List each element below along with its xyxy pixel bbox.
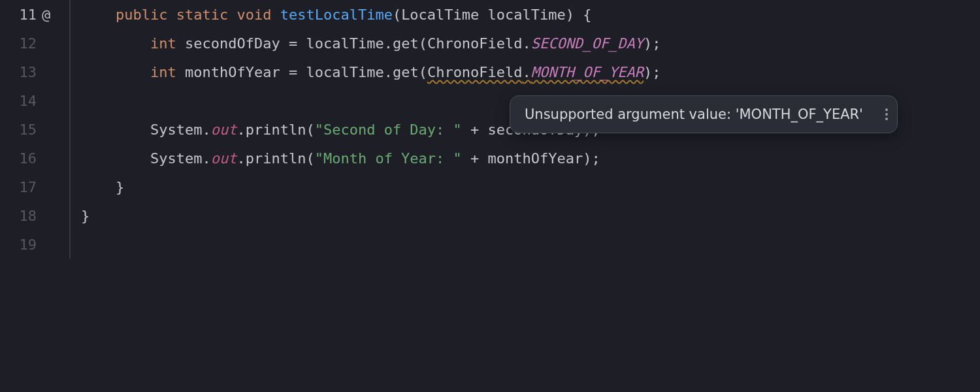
code-text[interactable]: System.out.println("Month of Year: " + m…: [71, 150, 600, 167]
line-number: 16: [0, 150, 41, 167]
code-line[interactable]: 13 int monthOfYear = localTime.get(Chron…: [0, 57, 980, 86]
line-number: 12: [0, 35, 41, 52]
brace: {: [574, 7, 592, 23]
warning-underline[interactable]: ChronoField.MONTH_OF_YEAR: [427, 64, 644, 80]
indent: [81, 179, 116, 195]
line-number: 18: [0, 208, 41, 224]
line-number: 11: [0, 7, 41, 23]
gutter-annotation-icon[interactable]: @: [41, 7, 69, 23]
keyword-int: int: [150, 35, 176, 52]
dot: .: [237, 122, 245, 138]
method-call: get: [393, 64, 419, 80]
code-text[interactable]: int monthOfYear = localTime.get(ChronoFi…: [71, 64, 661, 80]
variable: monthOfYear: [185, 64, 280, 80]
line-number: 15: [0, 122, 41, 138]
inspection-tooltip[interactable]: Unsupported argument value: 'MONTH_OF_YE…: [510, 95, 898, 133]
paren: (: [306, 122, 314, 138]
class-ref: System: [150, 150, 202, 167]
paren: );: [644, 35, 661, 52]
operator: +: [462, 150, 488, 167]
constant: MONTH_OF_YEAR: [531, 64, 644, 80]
keyword-static: static: [176, 7, 228, 23]
dot: .: [202, 122, 210, 138]
param-type: LocalTime: [401, 7, 479, 23]
field-ref: out: [211, 122, 237, 138]
paren: (: [419, 64, 427, 80]
code-text[interactable]: public static void testLocalTime(LocalTi…: [71, 7, 592, 23]
code-text[interactable]: }: [71, 208, 90, 224]
method-name: testLocalTime: [280, 7, 393, 23]
dot: .: [523, 64, 531, 80]
paren: (: [419, 35, 427, 52]
gutter-divider: [69, 230, 71, 259]
dot: .: [384, 35, 393, 52]
code-line[interactable]: 18 }: [0, 201, 980, 230]
code-editor[interactable]: 11 @ public static void testLocalTime(Lo…: [0, 0, 980, 392]
line-number: 13: [0, 64, 41, 80]
operator: =: [280, 64, 306, 80]
dot: .: [202, 150, 210, 167]
indent: [81, 35, 150, 52]
keyword-void: void: [237, 7, 271, 23]
variable: monthOfYear: [488, 150, 583, 167]
indent: [81, 64, 150, 80]
keyword-int: int: [150, 64, 176, 80]
paren: (: [306, 150, 314, 167]
variable: secondOfDay: [185, 35, 280, 52]
class-ref: ChronoField: [427, 64, 523, 80]
code-line[interactable]: 17 }: [0, 172, 980, 201]
code-text[interactable]: }: [71, 179, 124, 195]
operator: =: [280, 35, 306, 52]
dot: .: [523, 35, 531, 52]
tooltip-message: Unsupported argument value: 'MONTH_OF_YE…: [525, 106, 863, 122]
code-line[interactable]: 16 System.out.println("Month of Year: " …: [0, 144, 980, 172]
brace: }: [81, 208, 90, 224]
operator: +: [462, 122, 488, 138]
code-line[interactable]: 12 int secondOfDay = localTime.get(Chron…: [0, 29, 980, 57]
line-number: 17: [0, 179, 41, 195]
line-number: 19: [0, 237, 41, 253]
more-actions-icon[interactable]: [885, 108, 888, 120]
method-call: println: [246, 150, 306, 167]
indent: [81, 150, 150, 167]
identifier: localTime: [306, 35, 384, 52]
paren: );: [583, 150, 600, 167]
field-ref: out: [211, 150, 237, 167]
param-name: localTime: [488, 7, 566, 23]
brace: }: [116, 179, 124, 195]
method-call: get: [393, 35, 419, 52]
constant: SECOND_OF_DAY: [531, 35, 644, 52]
string-literal: "Month of Year: ": [315, 150, 462, 167]
string-literal: "Second of Day: ": [315, 122, 462, 138]
line-number: 14: [0, 93, 41, 109]
class-ref: System: [150, 122, 202, 138]
code-text[interactable]: int secondOfDay = localTime.get(ChronoFi…: [71, 35, 661, 52]
method-call: println: [246, 122, 306, 138]
dot: .: [237, 150, 245, 167]
class-ref: ChronoField: [427, 35, 523, 52]
identifier: localTime: [306, 64, 384, 80]
code-line[interactable]: 19: [0, 230, 980, 259]
indent: [81, 122, 150, 138]
keyword-public: public: [116, 7, 167, 23]
code-line[interactable]: 11 @ public static void testLocalTime(Lo…: [0, 0, 980, 29]
indent: [81, 7, 116, 23]
paren: ): [566, 7, 574, 23]
paren: );: [644, 64, 661, 80]
code-text[interactable]: [71, 93, 81, 109]
paren: (: [393, 7, 401, 23]
dot: .: [384, 64, 393, 80]
